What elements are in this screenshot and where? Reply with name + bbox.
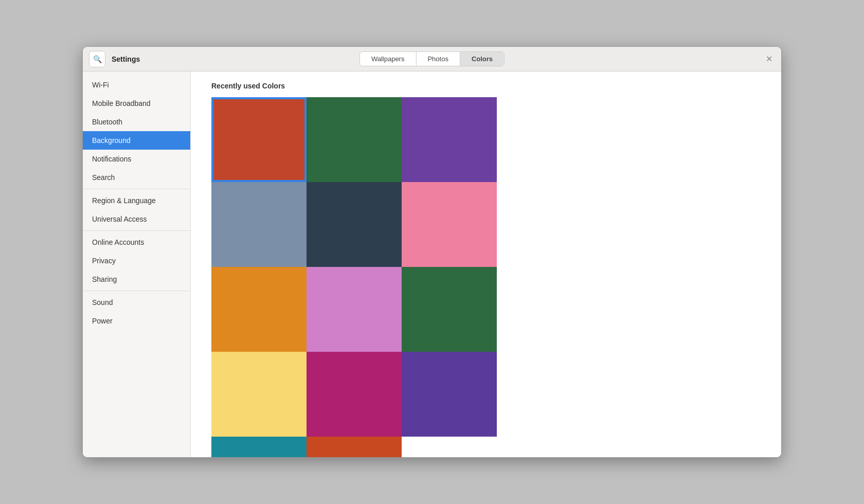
color-grid (211, 97, 761, 457)
color-swatch-3[interactable] (211, 182, 307, 267)
sidebar-item-universal-access[interactable]: Universal Access (83, 210, 190, 228)
tab-photos[interactable]: Photos (416, 52, 460, 66)
sidebar-item-bluetooth[interactable]: Bluetooth (83, 113, 190, 131)
color-swatch-1[interactable] (307, 97, 402, 182)
sidebar-item-background[interactable]: Background (83, 131, 190, 150)
window-title: Settings (112, 55, 140, 63)
color-swatch-9[interactable] (211, 352, 307, 437)
tab-group: Wallpapers Photos Colors (359, 51, 505, 66)
color-swatch-12[interactable] (211, 437, 307, 457)
sidebar-separator-2 (83, 230, 190, 231)
color-swatch-7[interactable] (307, 267, 402, 352)
sidebar-item-power[interactable]: Power (83, 312, 190, 330)
content-area: Wi-Fi Mobile Broadband Bluetooth Backgro… (83, 71, 781, 457)
tab-wallpapers[interactable]: Wallpapers (360, 52, 417, 66)
search-button[interactable]: 🔍 (89, 51, 105, 67)
sidebar-item-region[interactable]: Region & Language (83, 191, 190, 210)
main-content: Recently used Colors (191, 71, 781, 457)
color-swatch-10[interactable] (307, 352, 402, 437)
search-icon: 🔍 (93, 55, 102, 63)
settings-window: 🔍 Settings Wallpapers Photos Colors ✕ Wi… (82, 46, 782, 458)
sidebar-item-sharing[interactable]: Sharing (83, 270, 190, 289)
titlebar: 🔍 Settings Wallpapers Photos Colors ✕ (83, 47, 781, 71)
sidebar-separator-3 (83, 291, 190, 291)
sidebar-item-privacy[interactable]: Privacy (83, 251, 190, 270)
color-swatch-2[interactable] (402, 97, 497, 182)
color-swatch-11[interactable] (402, 352, 497, 437)
color-swatch-8[interactable] (402, 267, 497, 352)
color-swatch-5[interactable] (402, 182, 497, 267)
sidebar-item-online-accounts[interactable]: Online Accounts (83, 233, 190, 251)
close-button[interactable]: ✕ (763, 53, 775, 65)
color-swatch-0[interactable] (211, 97, 307, 182)
close-icon: ✕ (766, 54, 772, 64)
sidebar-item-wifi[interactable]: Wi-Fi (83, 76, 190, 94)
sidebar-item-notifications[interactable]: Notifications (83, 150, 190, 168)
color-swatch-13[interactable] (307, 437, 402, 457)
sidebar-item-search[interactable]: Search (83, 168, 190, 187)
sidebar-item-mobile-broadband[interactable]: Mobile Broadband (83, 94, 190, 113)
color-swatch-6[interactable] (211, 267, 307, 352)
sidebar-item-sound[interactable]: Sound (83, 293, 190, 312)
sidebar-separator-1 (83, 189, 190, 189)
sidebar: Wi-Fi Mobile Broadband Bluetooth Backgro… (83, 71, 191, 457)
tab-colors[interactable]: Colors (460, 52, 504, 66)
section-title: Recently used Colors (211, 82, 761, 90)
color-swatch-4[interactable] (307, 182, 402, 267)
